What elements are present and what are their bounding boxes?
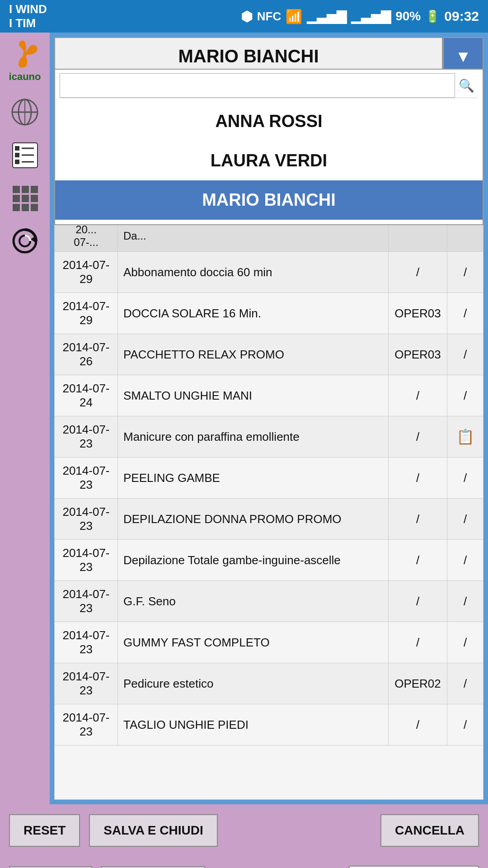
refresh-icon — [10, 226, 40, 256]
row4-oper: / — [389, 416, 447, 458]
nfc-icon: NFC — [257, 9, 281, 24]
dropdown-option-anna[interactable]: ANNA ROSSI — [55, 102, 483, 141]
refresh-icon-btn[interactable] — [7, 223, 43, 259]
grid-icon — [10, 184, 40, 213]
svg-rect-12 — [13, 186, 20, 193]
row8-action: / — [447, 581, 483, 622]
row4-action[interactable]: 📋 — [447, 416, 483, 458]
table-row: 2014-07-23 GUMMY FAST COMPLETO / / — [55, 622, 483, 663]
row2-action: / — [447, 334, 483, 375]
carrier1-label: I WIND — [9, 2, 47, 16]
row8-date: 2014-07-23 — [55, 581, 118, 622]
row1-date: 2014-07-29 — [55, 293, 118, 334]
status-bar: I WIND I TIM ⬢ NFC 📶 ▁▃▅▇ ▁▃▅▇ 90% 🔋 09:… — [0, 0, 488, 33]
row9-action: / — [447, 622, 483, 663]
row11-service: TAGLIO UNGHIE PIEDI — [118, 704, 389, 745]
search-box: 🔍 — [60, 73, 478, 98]
time-label: 09:32 — [444, 9, 479, 24]
row2-date: 2014-07-26 — [55, 334, 118, 375]
row6-date: 2014-07-23 — [55, 499, 118, 540]
table-row: 2014-07-29 DOCCIA SOLARE 16 Min. OPER03 … — [55, 293, 483, 334]
row9-oper: / — [389, 622, 447, 663]
cambio-op-button[interactable]: CAMBIO OP. — [101, 866, 205, 868]
row4-service: Manicure con paraffina emolliente — [118, 416, 389, 458]
row0-date: 2014-07-29 — [55, 252, 118, 293]
row5-action: / — [447, 458, 483, 499]
svg-point-0 — [23, 52, 27, 56]
salva-chiudi-button[interactable]: SALVA E CHIUDI — [89, 814, 217, 847]
row1-action: / — [447, 293, 483, 334]
table-row: 2014-07-23 TAGLIO UNGHIE PIEDI / / — [55, 704, 483, 745]
search-input[interactable] — [60, 73, 455, 98]
table-row: 2014-07-23 Pedicure estetico OPER02 / — [55, 663, 483, 704]
svg-rect-13 — [22, 186, 29, 193]
list-icon-btn[interactable] — [7, 137, 43, 173]
svg-rect-16 — [22, 195, 29, 202]
row2-service: PACCHETTO RELAX PROMO — [118, 334, 389, 375]
row11-date: 2014-07-23 — [55, 704, 118, 745]
row11-oper: / — [389, 704, 447, 745]
row8-service: G.F. Seno — [118, 581, 389, 622]
chevron-down-icon: ▼ — [455, 47, 471, 66]
bottom-bar-1: RESET SALVA E CHIUDI CANCELLA — [0, 804, 488, 856]
row5-oper: / — [389, 458, 447, 499]
svg-rect-15 — [13, 195, 20, 202]
cancella-button[interactable]: CANCELLA — [380, 814, 479, 847]
table-row: 2014-07-26 PACCHETTO RELAX PROMO OPER03 … — [55, 334, 483, 375]
logout-button[interactable]: LOGOUT — [9, 866, 92, 868]
row6-action: / — [447, 499, 483, 540]
dropdown-option-mario[interactable]: MARIO BIANCHI — [55, 180, 483, 220]
row4-date: 2014-07-23 — [55, 416, 118, 458]
row7-service: Depilazione Totale gambe-inguine-ascelle — [118, 540, 389, 581]
svg-rect-14 — [31, 186, 38, 193]
table-row: 2014-07-23 PEELING GAMBE / / — [55, 458, 483, 499]
row2-oper: OPER03 — [389, 334, 447, 375]
row3-date: 2014-07-24 — [55, 375, 118, 416]
operator-select[interactable]: SAMANTHA ▼ — [349, 866, 479, 868]
logo-icon — [8, 37, 42, 71]
row6-service: DEPILAZIONE DONNA PROMO PROMO — [118, 499, 389, 540]
svg-rect-18 — [13, 204, 20, 211]
row1-service: DOCCIA SOLARE 16 Min. — [118, 293, 389, 334]
grid-icon-btn[interactable] — [7, 180, 43, 216]
globe-icon-btn[interactable] — [7, 94, 43, 130]
row9-service: GUMMY FAST COMPLETO — [118, 622, 389, 663]
svg-marker-22 — [31, 236, 36, 243]
logo-area: icauno — [8, 37, 42, 83]
operator-area: Op. SAMANTHA ▼ — [317, 866, 479, 868]
reset-button[interactable]: RESET — [9, 814, 80, 847]
row0-oper: / — [389, 252, 447, 293]
sidebar: icauno — [0, 33, 50, 804]
row3-service: SMALTO UNGHIE MANI — [118, 375, 389, 416]
data-table: 20...07-... Da... 2014-07-29 Abbonamento… — [54, 220, 483, 800]
row9-date: 2014-07-23 — [55, 622, 118, 663]
globe-icon — [10, 98, 40, 127]
svg-rect-17 — [31, 195, 38, 202]
row10-date: 2014-07-23 — [55, 663, 118, 704]
bottom-bar-2: LOGOUT CAMBIO OP. Op. SAMANTHA ▼ — [0, 856, 488, 868]
row6-oper: / — [389, 499, 447, 540]
table-row: 2014-07-23 G.F. Seno / / — [55, 581, 483, 622]
battery-percent: 90% — [395, 9, 421, 24]
document-icon: 📋 — [456, 429, 474, 445]
logo-text: icauno — [9, 71, 41, 83]
table-row-empty — [55, 745, 483, 800]
svg-rect-6 — [15, 146, 19, 151]
carrier-info: I WIND I TIM — [9, 2, 47, 30]
table-row: 2014-07-23 Depilazione Totale gambe-ingu… — [55, 540, 483, 581]
main-container: icauno — [0, 33, 488, 804]
row0-service: Abbonamento doccia 60 min — [118, 252, 389, 293]
battery-icon: 🔋 — [425, 9, 440, 24]
row7-date: 2014-07-23 — [55, 540, 118, 581]
dropdown-option-laura[interactable]: LAURA VERDI — [55, 141, 483, 180]
row3-oper: / — [389, 375, 447, 416]
row3-action: / — [447, 375, 483, 416]
content-area: MARIO BIANCHI ▼ 🔍 ANNA ROSSI LAURA VERDI… — [50, 33, 488, 804]
row7-oper: / — [389, 540, 447, 581]
row5-service: PEELING GAMBE — [118, 458, 389, 499]
row10-action: / — [447, 663, 483, 704]
table-container: 20...07-... Da... 2014-07-29 Abbonamento… — [54, 220, 483, 800]
row0-action: / — [447, 252, 483, 293]
svg-rect-7 — [15, 153, 19, 157]
signal-icon: ▁▃▅▇ — [307, 9, 347, 24]
